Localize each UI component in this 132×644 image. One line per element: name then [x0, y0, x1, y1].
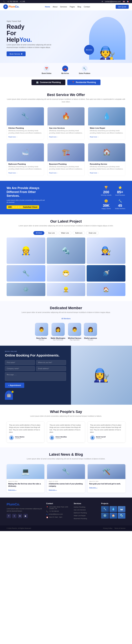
footer-proj-3[interactable]: 🛁: [118, 506, 125, 512]
water-link[interactable]: Read more →: [90, 136, 99, 138]
stats-sub: Lorem ipsum dolor sit amet consectetur a…: [7, 199, 46, 204]
email-input[interactable]: [36, 366, 66, 371]
project-item-1[interactable]: 👷: [7, 238, 45, 264]
hero-image-area: 🧑‍🔧 We Arrive: [89, 17, 125, 60]
stats-left: We Are Provide Always Different From Oth…: [7, 186, 46, 209]
stat-reviews-num: 85+: [115, 190, 125, 194]
stat-awards: 🏆 200 Winning Awards: [101, 186, 111, 196]
mattie-avatar: 👩: [51, 323, 65, 336]
location-input[interactable]: [36, 360, 66, 365]
blog-image-2: 🔧: [47, 464, 85, 479]
nav-blog[interactable]: Blog: [77, 6, 81, 8]
booking-tag: Book Online: [5, 350, 66, 352]
team-title: Dedicated Member: [7, 306, 125, 310]
nav-about[interactable]: About: [53, 6, 57, 8]
youtube-icon[interactable]: ▶: [23, 514, 28, 518]
project-item-6[interactable]: 🚿: [87, 265, 125, 282]
filter-gas[interactable]: Gas Line: [46, 231, 57, 235]
footer-proj-6[interactable]: 🔩: [118, 513, 125, 518]
first-name-input[interactable]: [5, 360, 35, 365]
footer-logo[interactable]: PlumCo.: [7, 502, 43, 506]
basement-link[interactable]: Read more →: [49, 172, 58, 174]
project-item-3[interactable]: 🧑‍🔧: [87, 238, 125, 264]
footer-proj-5[interactable]: 🏠: [110, 513, 117, 518]
filter-bathroom[interactable]: Bathroom: [73, 231, 85, 235]
nav-home[interactable]: Home: [45, 6, 50, 8]
basement-desc: Effortlessly streamlining your plumbing …: [49, 166, 83, 170]
logo[interactable]: P PlumCo.: [3, 4, 19, 9]
bathroom-link[interactable]: Read more →: [9, 172, 18, 174]
terms-link[interactable]: Terms of Service: [114, 528, 125, 529]
footer-service-5[interactable]: Basement Plumbing: [74, 518, 98, 520]
footer-proj-1[interactable]: 🔧: [101, 506, 109, 512]
project-item-9[interactable]: 🏠: [87, 283, 125, 296]
clock-icon: ⏰: [46, 516, 48, 518]
gas-link[interactable]: Read more →: [49, 136, 58, 138]
flag-2[interactable]: 🇫🇷: [127, 1, 129, 2]
stat-workers-label: Skilled Workers: [115, 208, 125, 210]
project-item-8[interactable]: 👷‍♂️: [47, 283, 86, 296]
message-input[interactable]: [5, 372, 66, 381]
projects-section: Our Latest Project Lorem ipsum dolor sit…: [0, 214, 132, 301]
stat-awards-num: 200: [101, 190, 111, 194]
commercial-plumbing-tab[interactable]: 🏢 Commercial Plumbing: [32, 80, 65, 85]
hero-person-image: 🧑‍🔧: [89, 17, 125, 60]
remodel-link[interactable]: Read more →: [90, 172, 99, 174]
project-image-6: 🚿: [87, 265, 125, 282]
nav-services[interactable]: Services: [60, 6, 67, 8]
hero-book-button[interactable]: Book Service ▶: [7, 52, 26, 56]
blog-link-2[interactable]: Read more →: [49, 489, 57, 491]
footer-service-1[interactable]: Kitchen Plumbing: [74, 506, 98, 508]
company-input[interactable]: [5, 366, 35, 371]
twitter-icon[interactable]: t: [12, 514, 17, 518]
footer-projects-heading: Projects: [101, 502, 125, 504]
kitchen-name: Kitchen Plumbing: [9, 127, 42, 129]
bathroom-arrow-icon: →: [16, 172, 18, 174]
service-basement: 🏗️ Basement Plumbing Effortlessly stream…: [47, 143, 85, 176]
footer-projects-col: Projects 🔧 💧 🛁 ⚙️ 🏠 🔩: [101, 502, 125, 520]
blog-link-1[interactable]: Read more →: [8, 489, 17, 491]
hero-badge: We Arrive: [84, 45, 94, 55]
step-solve-label: Solve Problem: [79, 72, 90, 74]
testimonials-title: What People's Say: [7, 410, 125, 414]
hero-title: Ready For HelpYou.: [7, 24, 56, 43]
project-item-7[interactable]: ⚙️: [7, 283, 45, 296]
author-info-1: Henry Barton Customer: [15, 436, 24, 439]
email-icon-footer: ✉: [46, 514, 47, 515]
facebook-icon[interactable]: f: [7, 514, 11, 518]
linkedin-icon[interactable]: in: [18, 514, 22, 518]
nav-pages[interactable]: Pages: [70, 6, 75, 8]
footer-phone: 📞 +1 762 568 99: [46, 510, 71, 512]
winfried-name: Winfried Harmon: [68, 337, 81, 339]
footer-service-2[interactable]: Gas Line Services: [74, 509, 98, 511]
footer-service-4[interactable]: Water Line Repair: [74, 515, 98, 517]
stat-reviews: ⭐ 85+ Good Reviews: [115, 186, 125, 196]
project-image-2: 🔩: [47, 238, 86, 264]
privacy-link[interactable]: Privacy Policy: [103, 528, 112, 529]
project-item-5[interactable]: 😷: [47, 265, 86, 282]
kitchen-desc: Effortlessly streamlining your plumbing …: [9, 130, 42, 134]
nav-contact[interactable]: Contact: [84, 6, 90, 8]
footer-phone-text: +1 762 568 99: [49, 510, 59, 512]
project-item-2[interactable]: 🔩: [47, 238, 86, 264]
filter-water[interactable]: Water Line: [58, 231, 72, 235]
stat-awards-label: Winning Awards: [101, 194, 111, 196]
services-title: Best Service We Offer: [7, 93, 125, 97]
project-item-4[interactable]: 🔧: [7, 265, 45, 282]
residential-plumbing-tab[interactable]: 📍 Residential Plumbing: [67, 80, 100, 85]
kitchen-body: Kitchen Plumbing Effortlessly streamlini…: [7, 126, 44, 140]
footer-proj-4[interactable]: ⚙️: [101, 513, 109, 518]
blog-link-3[interactable]: Read more →: [89, 487, 98, 488]
team-sheila: 👩 Sheila Lawrence Plumber: [84, 323, 97, 341]
filter-drain[interactable]: Drain Line: [86, 231, 99, 235]
nav-cta-button[interactable]: Get Quote: [116, 5, 129, 9]
water-desc: Effortlessly streamlining your plumbing …: [90, 130, 123, 134]
kitchen-link[interactable]: Read more →: [9, 136, 18, 138]
flag-1[interactable]: 🇺🇸: [123, 1, 125, 2]
footer-about-col: PlumCo. Lorem ipsum dolor sit amet conse…: [7, 502, 43, 520]
stats-right: 🏆 200 Winning Awards ⭐ 85+ Good Reviews …: [101, 186, 125, 210]
appointment-button[interactable]: + Appointment: [5, 383, 24, 388]
footer-service-3[interactable]: Bathroom Plumbing: [74, 512, 98, 514]
footer-proj-2[interactable]: 💧: [110, 506, 117, 512]
filter-all[interactable]: All Work: [33, 231, 44, 235]
